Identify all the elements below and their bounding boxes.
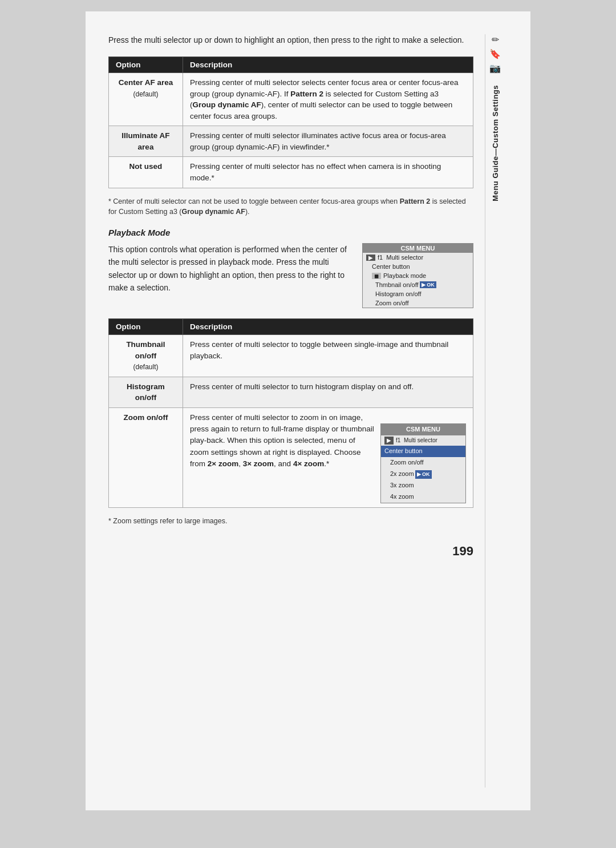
csm-menu-title: CSM MENU <box>363 244 473 253</box>
csm-menu-row: Thmbnail on/off ▶ OK <box>363 280 473 289</box>
csm-zoom-menu-title: CSM MENU <box>381 424 465 435</box>
table-row: Illuminate AFarea Pressing center of mul… <box>109 126 473 157</box>
csm-menu-row-highlighted: Center button <box>381 446 465 457</box>
table1: Option Description Center AF area (defau… <box>108 56 473 188</box>
menu-icon-camera: ◼ <box>372 273 381 279</box>
table1-col1-header: Option <box>109 57 183 73</box>
intro-text: Press the multi selector up or down to h… <box>108 34 473 46</box>
table1-row2-desc: Pressing center of multi selector illumi… <box>183 126 473 157</box>
csm-menu-label: 2x zoom <box>390 470 414 479</box>
csm-menu-row: 3x zoom <box>381 480 465 491</box>
footnote1: * Center of multi selector can not be us… <box>108 196 473 218</box>
main-content: Press the multi selector up or down to h… <box>108 34 485 788</box>
csm-menu-row: Histogram on/off <box>363 289 473 298</box>
playback-section-title: Playback Mode <box>108 228 473 237</box>
table1-row1-desc: Pressing center of multi selector select… <box>183 73 473 126</box>
zoom-cell-text: Press center of multi selector to zoom i… <box>190 412 376 470</box>
csm-menu-label: Center button <box>372 263 410 270</box>
csm-menu-row: Zoom on/off <box>363 298 473 308</box>
csm-menu-label: 4x zoom <box>390 492 414 502</box>
table2-row2-option: Histogram on/off <box>109 377 183 407</box>
csm-menu-label: Histogram on/off <box>375 290 422 297</box>
csm-menu-row: 2x zoom ▶ OK <box>381 469 465 480</box>
table2-row3-option: Zoom on/off <box>109 407 183 507</box>
table-row: Not used Pressing center of multi select… <box>109 157 473 188</box>
camera-icon: 📷 <box>489 63 501 74</box>
zoom-cell-wrap: Press center of multi selector to zoom i… <box>190 412 466 503</box>
csm-menu-label: f1 Multi selector <box>396 437 437 445</box>
csm-menu-label: f1 Multi selector <box>378 254 423 261</box>
csm-menu-row: ▶ f1 Multi selector <box>381 435 465 446</box>
csm-menu-playback: CSM MENU ▶ f1 Multi selector Center butt… <box>362 243 473 308</box>
table1-row2-option: Illuminate AFarea <box>109 126 183 157</box>
table2-row3-desc: Press center of multi selector to zoom i… <box>183 407 473 507</box>
menu-icon-f1-zoom: ▶ <box>384 437 394 445</box>
pencil-icon: ✏ <box>492 34 499 45</box>
bookmark-icon: 🔖 <box>489 49 501 59</box>
table-row: Histogram on/off Press center of multi s… <box>109 377 473 407</box>
table2-col2-header: Description <box>183 319 473 335</box>
csm-menu-label: Center button <box>384 447 423 456</box>
table1-row3-desc: Pressing center of multi selector has no… <box>183 157 473 188</box>
table1-row1-option: Center AF area (default) <box>109 73 183 126</box>
footnote2: * Zoom settings refer to large images. <box>108 516 473 527</box>
sidebar: ✏ 🔖 📷 Menu Guide—Custom Settings <box>485 34 502 788</box>
page-number: 199 <box>108 544 473 559</box>
table2: Option Description Thumbnail on/off (def… <box>108 318 473 508</box>
csm-menu-row: Zoom on/off <box>381 457 465 469</box>
page-wrapper: Press the multi selector up or down to h… <box>86 11 530 810</box>
table-row: Center AF area (default) Pressing center… <box>109 73 473 126</box>
csm-menu-label: Thmbnail on/off <box>375 281 419 288</box>
table-row: Zoom on/off Press center of multi select… <box>109 407 473 507</box>
playback-text: This option controls what operation is p… <box>108 243 352 294</box>
sidebar-text: Menu Guide—Custom Settings <box>491 85 500 201</box>
table2-row2-desc: Press center of multi selector to turn h… <box>183 377 473 407</box>
csm-menu-label: 3x zoom <box>390 481 414 490</box>
table2-row1-desc: Press center of multi selector to toggle… <box>183 335 473 377</box>
csm-menu-label: Zoom on/off <box>375 300 409 306</box>
playback-section: This option controls what operation is p… <box>108 243 473 308</box>
ok-badge: ▶ OK <box>420 281 436 288</box>
table2-col1-header: Option <box>109 319 183 335</box>
table1-col2-header: Description <box>183 57 473 73</box>
sidebar-icons: ✏ 🔖 📷 <box>489 34 501 74</box>
csm-menu-label: Zoom on/off <box>390 458 424 467</box>
table-row: Thumbnail on/off (default) Press center … <box>109 335 473 377</box>
table2-row1-option: Thumbnail on/off (default) <box>109 335 183 377</box>
ok-badge-zoom: ▶ OK <box>415 470 432 479</box>
csm-menu-row: ▶ f1 Multi selector <box>363 253 473 262</box>
csm-menu-row: ◼ Playback mode <box>363 271 473 280</box>
csm-menu-row: 4x zoom <box>381 491 465 503</box>
csm-menu-label: Playback mode <box>383 272 426 279</box>
menu-icon-f1: ▶ <box>366 255 375 261</box>
csm-menu-row: Center button <box>363 262 473 271</box>
table1-row3-option: Not used <box>109 157 183 188</box>
csm-menu-zoom: CSM MENU ▶ f1 Multi selector Center butt… <box>380 423 466 503</box>
